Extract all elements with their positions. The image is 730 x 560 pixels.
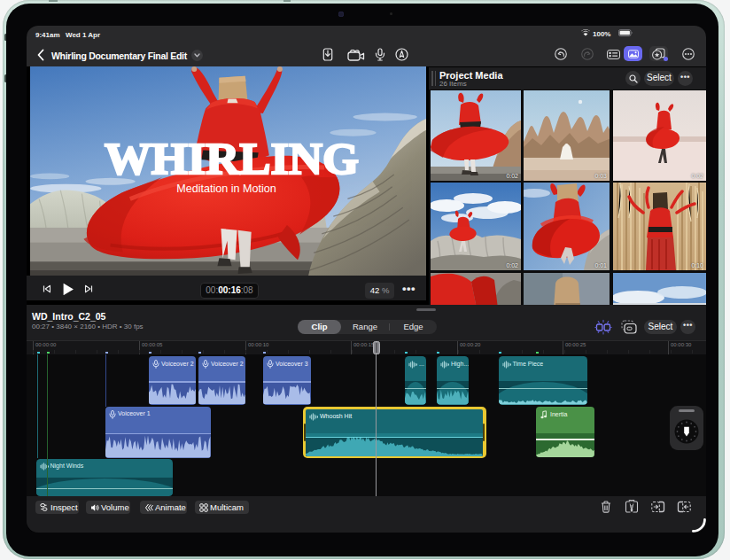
svg-text:WHIRLING: WHIRLING bbox=[105, 134, 359, 183]
svg-text:Meditation in Motion: Meditation in Motion bbox=[176, 183, 276, 195]
